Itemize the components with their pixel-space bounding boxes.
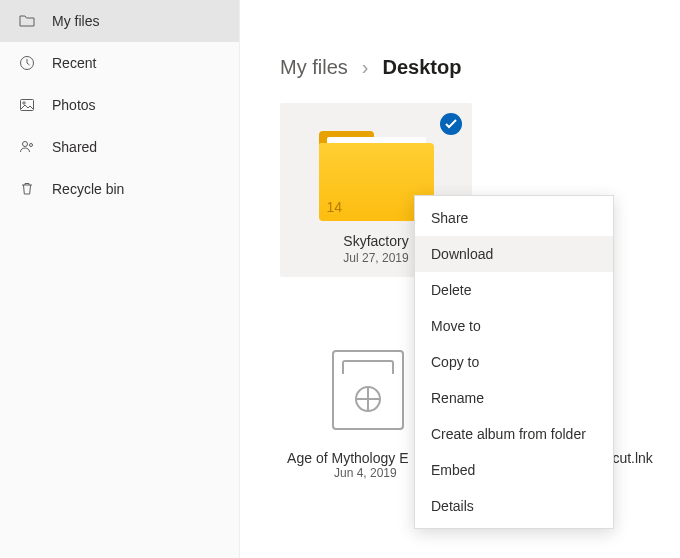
menu-item-move-to[interactable]: Move to xyxy=(415,308,613,344)
svg-point-4 xyxy=(30,144,33,147)
sidebar-item-recent[interactable]: Recent xyxy=(0,42,239,84)
chevron-right-icon: › xyxy=(362,56,369,79)
sidebar-item-recycle-bin[interactable]: Recycle bin xyxy=(0,168,239,210)
folder-icon xyxy=(18,12,36,30)
sidebar-item-shared[interactable]: Shared xyxy=(0,126,239,168)
menu-item-share[interactable]: Share xyxy=(415,200,613,236)
menu-item-rename[interactable]: Rename xyxy=(415,380,613,416)
menu-item-download[interactable]: Download xyxy=(415,236,613,272)
menu-item-delete[interactable]: Delete xyxy=(415,272,613,308)
context-menu: Share Download Delete Move to Copy to Re… xyxy=(414,195,614,529)
breadcrumb: My files › Desktop xyxy=(280,56,680,79)
svg-rect-1 xyxy=(21,100,34,111)
menu-item-create-album[interactable]: Create album from folder xyxy=(415,416,613,452)
svg-point-3 xyxy=(23,142,28,147)
menu-item-copy-to[interactable]: Copy to xyxy=(415,344,613,380)
menu-item-details[interactable]: Details xyxy=(415,488,613,524)
sidebar-item-photos[interactable]: Photos xyxy=(0,84,239,126)
photo-icon xyxy=(18,96,36,114)
sidebar-item-label: Recent xyxy=(52,55,96,71)
clock-icon xyxy=(18,54,36,72)
breadcrumb-parent[interactable]: My files xyxy=(280,56,348,79)
folder-item-count: 14 xyxy=(327,199,343,215)
trash-icon xyxy=(18,180,36,198)
svg-point-2 xyxy=(23,102,25,104)
breadcrumb-current: Desktop xyxy=(382,56,461,79)
globe-icon xyxy=(355,386,381,412)
sidebar-item-label: Recycle bin xyxy=(52,181,124,197)
sidebar-item-my-files[interactable]: My files xyxy=(0,0,239,42)
selected-check-icon[interactable] xyxy=(440,113,462,135)
menu-item-embed[interactable]: Embed xyxy=(415,452,613,488)
sidebar: My files Recent Photos Shared Recycle bi… xyxy=(0,0,240,558)
file-shortcut-icon[interactable] xyxy=(332,350,404,430)
person-icon xyxy=(18,138,36,156)
sidebar-item-label: Photos xyxy=(52,97,96,113)
sidebar-item-label: My files xyxy=(52,13,99,29)
sidebar-item-label: Shared xyxy=(52,139,97,155)
